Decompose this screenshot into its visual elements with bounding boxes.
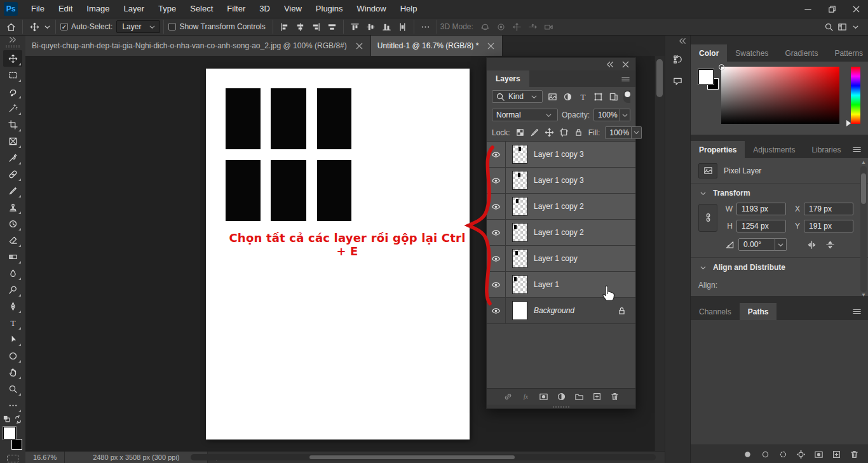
tool-button[interactable]: [3, 182, 22, 199]
layer-thumbnail[interactable]: [512, 275, 527, 294]
align-bottom-button[interactable]: [379, 19, 395, 34]
menu-item[interactable]: Image: [79, 0, 116, 18]
filter-toggle[interactable]: [623, 90, 630, 103]
align-section-header[interactable]: Align and Distribute: [691, 258, 868, 277]
tool-button[interactable]: [3, 298, 22, 314]
link-layers-icon[interactable]: [503, 392, 513, 401]
close-button[interactable]: [844, 0, 868, 18]
fill-value[interactable]: 100%: [605, 126, 632, 139]
lock-artboard-icon[interactable]: [559, 128, 569, 137]
layer-row[interactable]: Layer 1 copy 2: [487, 220, 635, 246]
fill-path-icon[interactable]: [743, 450, 752, 459]
rotation-value[interactable]: 0.00°: [738, 238, 775, 251]
layer-thumbnail[interactable]: [512, 145, 527, 164]
toolbar-grip[interactable]: [6, 45, 20, 48]
menu-item[interactable]: Window: [349, 0, 393, 18]
tool-preset-move-icon[interactable]: [26, 19, 43, 34]
comments-panel-icon[interactable]: [670, 72, 686, 89]
menu-item[interactable]: Edit: [51, 0, 79, 18]
foreground-color-swatch[interactable]: [698, 69, 714, 84]
add-mask-icon[interactable]: [814, 450, 824, 459]
zoom-level-field[interactable]: 16.67%: [25, 452, 65, 463]
panel-menu-icon[interactable]: [852, 141, 868, 158]
document-tab[interactable]: Bi-quyet-chup-anh-dep-tai-gia-Nghi-dich-…: [25, 36, 371, 56]
layer-visibility-toggle[interactable]: [487, 194, 506, 219]
tab-close-icon[interactable]: [355, 41, 364, 51]
distribute-vertical-button[interactable]: [395, 19, 410, 34]
blend-mode-dropdown[interactable]: Normal: [492, 109, 558, 121]
layer-visibility-toggle[interactable]: [487, 298, 506, 323]
show-transform-checkbox[interactable]: [168, 23, 176, 30]
new-group-icon[interactable]: [574, 392, 584, 401]
layer-visibility-toggle[interactable]: [487, 142, 506, 167]
tool-button[interactable]: [3, 133, 22, 149]
default-colors-icon[interactable]: [3, 415, 12, 424]
menu-item[interactable]: Help: [393, 0, 424, 18]
filter-type-layers-icon[interactable]: T: [578, 92, 588, 102]
make-work-path-icon[interactable]: [796, 450, 806, 459]
layer-row[interactable]: Background: [487, 298, 635, 324]
quick-mask-button[interactable]: [7, 455, 18, 462]
panel-tab[interactable]: Channels: [691, 303, 740, 320]
tool-button[interactable]: [3, 100, 22, 116]
add-layer-mask-icon[interactable]: [539, 392, 548, 401]
close-panel-icon[interactable]: [621, 60, 630, 69]
search-icon[interactable]: [824, 22, 834, 32]
x-input[interactable]: 179 px: [804, 203, 853, 215]
tool-button[interactable]: T: [3, 314, 22, 331]
align-center-horizontal-button[interactable]: [292, 19, 308, 34]
tool-button[interactable]: [3, 83, 22, 100]
layer-name[interactable]: Layer 1 copy 3: [534, 176, 584, 185]
layer-visibility-toggle[interactable]: [487, 220, 506, 245]
layer-visibility-toggle[interactable]: [487, 246, 506, 271]
more-align-options-button[interactable]: [417, 19, 433, 34]
align-top-button[interactable]: [347, 19, 363, 34]
filter-smart-objects-icon[interactable]: [608, 92, 619, 102]
height-input[interactable]: 1254 px: [736, 220, 786, 232]
restore-button[interactable]: [820, 0, 844, 18]
menu-item[interactable]: Filter: [220, 0, 252, 18]
lock-transparency-icon[interactable]: [515, 128, 525, 137]
lock-pixels-icon[interactable]: [530, 128, 539, 137]
panel-tab[interactable]: Libraries: [803, 141, 849, 158]
layer-name[interactable]: Layer 1 copy: [534, 254, 578, 263]
tool-button[interactable]: [3, 397, 22, 413]
tool-button[interactable]: [3, 67, 22, 83]
layer-style-icon[interactable]: fx: [521, 392, 531, 401]
properties-scrollbar[interactable]: ▲ ▼: [860, 166, 867, 292]
tool-button[interactable]: [3, 364, 22, 380]
new-adjustment-layer-icon[interactable]: [557, 392, 566, 401]
background-color-swatch[interactable]: [11, 439, 22, 450]
chevron-down-icon[interactable]: [851, 22, 860, 32]
chevron-down-icon[interactable]: [620, 109, 630, 121]
layer-row[interactable]: Layer 1 copy 2: [487, 194, 635, 220]
tool-button[interactable]: [3, 166, 22, 182]
tool-button[interactable]: [3, 347, 22, 364]
delete-path-icon[interactable]: [850, 450, 859, 459]
canvas-horizontal-scrollbar[interactable]: [191, 454, 656, 460]
tool-button[interactable]: [3, 50, 22, 67]
collapse-panel-icon[interactable]: [605, 60, 614, 69]
align-right-button[interactable]: [308, 19, 324, 34]
menu-item[interactable]: Plugins: [309, 0, 350, 18]
tool-button[interactable]: [3, 116, 22, 133]
history-panel-icon[interactable]: [670, 51, 686, 67]
auto-select-target-dropdown[interactable]: Layer: [116, 20, 160, 33]
width-input[interactable]: 1193 px: [736, 203, 786, 215]
y-input[interactable]: 191 px: [804, 220, 853, 232]
link-dimensions-icon[interactable]: [698, 204, 717, 232]
align-left-button[interactable]: [276, 19, 292, 34]
tool-button[interactable]: [3, 215, 22, 232]
swap-colors-icon[interactable]: [13, 415, 23, 424]
align-middle-vertical-button[interactable]: [363, 19, 379, 34]
color-picker-marker[interactable]: [719, 64, 724, 70]
flip-vertical-icon[interactable]: [825, 240, 835, 250]
auto-select-checkbox[interactable]: [60, 23, 68, 30]
filter-shape-layers-icon[interactable]: [593, 92, 604, 102]
panel-tab[interactable]: Gradients: [776, 44, 826, 62]
saturation-brightness-box[interactable]: [721, 67, 839, 124]
layer-row[interactable]: Layer 1 copy 3: [487, 168, 635, 194]
toolbar-collapse-icon[interactable]: [0, 36, 25, 44]
tool-button[interactable]: [3, 380, 22, 397]
panel-tab[interactable]: Patterns: [826, 44, 868, 62]
